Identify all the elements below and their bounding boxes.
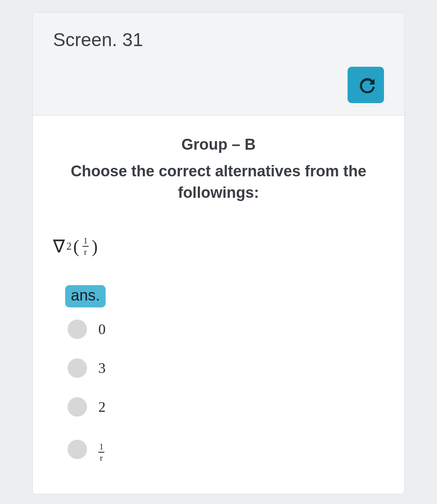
radio-option-0[interactable]	[68, 320, 87, 339]
instruction-text: Choose the correct alternatives from the…	[53, 161, 384, 203]
page-title: Screen. 31	[53, 29, 384, 51]
fraction-denominator: r	[83, 248, 87, 256]
header-actions	[53, 67, 384, 103]
option-text: 0	[98, 321, 106, 338]
option-frac-num: 1	[98, 442, 104, 451]
radio-option-1[interactable]	[68, 358, 87, 378]
radio-option-3[interactable]	[68, 440, 87, 459]
fraction-numerator: 1	[83, 236, 89, 245]
option-text: 3	[98, 360, 106, 377]
refresh-button[interactable]	[348, 67, 384, 103]
card-body: Group – B Choose the correct alternative…	[33, 116, 404, 494]
open-paren: (	[73, 236, 79, 257]
options-list: 0 3 2 1	[68, 320, 384, 462]
exponent: 2	[66, 240, 72, 252]
refresh-icon	[357, 76, 375, 95]
option-frac-den: r	[99, 453, 104, 462]
close-paren: )	[92, 236, 98, 257]
page-root: Screen. 31 Group – B Choose the correct …	[0, 0, 437, 504]
option-fraction: 1 r	[98, 436, 104, 462]
list-item: 2	[68, 397, 384, 417]
answer-label: ans.	[65, 285, 106, 307]
option-text: 2	[98, 398, 106, 415]
list-item: 3	[68, 358, 384, 378]
nabla-symbol: ∇	[53, 236, 65, 257]
question-formula: ∇2 ( 1 r )	[53, 236, 384, 257]
question-block: ∇2 ( 1 r ) ans. 0	[53, 236, 384, 462]
list-item: 0	[68, 320, 384, 339]
fraction: 1 r	[83, 236, 89, 256]
radio-option-2[interactable]	[68, 397, 87, 417]
group-heading: Group – B	[53, 136, 384, 153]
list-item: 1 r	[68, 436, 384, 462]
question-card: Screen. 31 Group – B Choose the correct …	[32, 12, 405, 494]
card-header: Screen. 31	[33, 13, 404, 116]
